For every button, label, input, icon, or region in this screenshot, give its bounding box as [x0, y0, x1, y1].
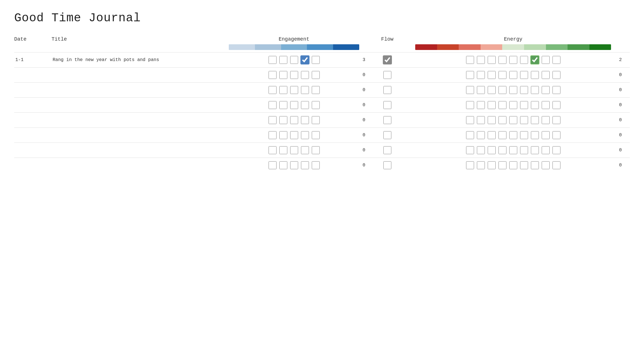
flow-checkbox-2[interactable] — [383, 86, 391, 94]
energy-checkbox-5-2[interactable] — [488, 131, 496, 139]
energy-checkbox-6-6[interactable] — [531, 146, 539, 154]
flow-checkbox-6[interactable] — [383, 146, 391, 154]
energy-checkbox-6-0[interactable] — [466, 146, 474, 154]
engagement-checkbox-2-4[interactable] — [312, 86, 320, 94]
engagement-checkbox-0-4[interactable] — [312, 56, 320, 64]
energy-checkbox-4-1[interactable] — [477, 116, 485, 124]
energy-checkbox-5-8[interactable] — [552, 131, 560, 139]
energy-checkbox-5-7[interactable] — [542, 131, 550, 139]
engagement-checkbox-0-0[interactable] — [269, 56, 277, 64]
energy-checkbox-0-5[interactable] — [520, 56, 528, 64]
energy-checkbox-7-6[interactable] — [531, 161, 539, 169]
energy-checkbox-4-3[interactable] — [498, 116, 506, 124]
energy-checkbox-4-0[interactable] — [466, 116, 474, 124]
engagement-checkbox-3-3[interactable] — [301, 101, 309, 109]
energy-checkbox-0-0[interactable] — [466, 56, 474, 64]
energy-checkbox-3-4[interactable] — [509, 101, 517, 109]
energy-checkbox-4-7[interactable] — [542, 116, 550, 124]
energy-checkbox-5-3[interactable] — [498, 131, 506, 139]
engagement-checkbox-3-4[interactable] — [312, 101, 320, 109]
engagement-checkbox-2-1[interactable] — [279, 86, 287, 94]
engagement-checkbox-4-3[interactable] — [301, 116, 309, 124]
engagement-checkbox-3-2[interactable] — [290, 101, 298, 109]
flow-checkbox-0[interactable] — [383, 56, 391, 64]
engagement-checkbox-3-0[interactable] — [269, 101, 277, 109]
engagement-checkbox-6-4[interactable] — [312, 146, 320, 154]
engagement-checkbox-1-2[interactable] — [290, 71, 298, 79]
flow-checkbox-5[interactable] — [383, 131, 391, 139]
engagement-checkbox-4-0[interactable] — [269, 116, 277, 124]
engagement-checkbox-1-4[interactable] — [312, 71, 320, 79]
engagement-checkbox-0-2[interactable] — [290, 56, 298, 64]
energy-checkbox-1-2[interactable] — [488, 71, 496, 79]
energy-checkbox-2-3[interactable] — [498, 86, 506, 94]
energy-checkbox-4-2[interactable] — [488, 116, 496, 124]
engagement-checkbox-7-1[interactable] — [279, 161, 287, 169]
energy-checkbox-3-5[interactable] — [520, 101, 528, 109]
engagement-checkbox-3-1[interactable] — [279, 101, 287, 109]
energy-checkbox-0-6[interactable] — [531, 56, 539, 64]
engagement-checkbox-7-3[interactable] — [301, 161, 309, 169]
energy-checkbox-6-7[interactable] — [542, 146, 550, 154]
energy-checkbox-1-6[interactable] — [531, 71, 539, 79]
energy-checkbox-1-5[interactable] — [520, 71, 528, 79]
engagement-checkbox-5-3[interactable] — [301, 131, 309, 139]
engagement-checkbox-2-0[interactable] — [269, 86, 277, 94]
engagement-checkbox-1-0[interactable] — [269, 71, 277, 79]
engagement-checkbox-4-2[interactable] — [290, 116, 298, 124]
energy-checkbox-7-3[interactable] — [498, 161, 506, 169]
engagement-checkbox-6-0[interactable] — [269, 146, 277, 154]
flow-checkbox-7[interactable] — [383, 161, 391, 169]
energy-checkbox-5-1[interactable] — [477, 131, 485, 139]
engagement-checkbox-2-3[interactable] — [301, 86, 309, 94]
engagement-checkbox-5-4[interactable] — [312, 131, 320, 139]
energy-checkbox-3-2[interactable] — [488, 101, 496, 109]
energy-checkbox-3-3[interactable] — [498, 101, 506, 109]
engagement-checkbox-6-2[interactable] — [290, 146, 298, 154]
energy-checkbox-3-6[interactable] — [531, 101, 539, 109]
engagement-checkbox-0-1[interactable] — [279, 56, 287, 64]
engagement-checkbox-5-1[interactable] — [279, 131, 287, 139]
engagement-checkbox-4-1[interactable] — [279, 116, 287, 124]
energy-checkbox-2-5[interactable] — [520, 86, 528, 94]
energy-checkbox-3-0[interactable] — [466, 101, 474, 109]
energy-checkbox-0-4[interactable] — [509, 56, 517, 64]
energy-checkbox-1-3[interactable] — [498, 71, 506, 79]
energy-checkbox-7-5[interactable] — [520, 161, 528, 169]
energy-checkbox-7-0[interactable] — [466, 161, 474, 169]
energy-checkbox-2-6[interactable] — [531, 86, 539, 94]
energy-checkbox-0-8[interactable] — [552, 56, 560, 64]
energy-checkbox-6-4[interactable] — [509, 146, 517, 154]
energy-checkbox-6-2[interactable] — [488, 146, 496, 154]
energy-checkbox-2-8[interactable] — [552, 86, 560, 94]
energy-checkbox-1-0[interactable] — [466, 71, 474, 79]
engagement-checkbox-6-1[interactable] — [279, 146, 287, 154]
energy-checkbox-3-7[interactable] — [542, 101, 550, 109]
energy-checkbox-2-2[interactable] — [488, 86, 496, 94]
energy-checkbox-0-2[interactable] — [488, 56, 496, 64]
energy-checkbox-7-4[interactable] — [509, 161, 517, 169]
energy-checkbox-0-1[interactable] — [477, 56, 485, 64]
energy-checkbox-0-3[interactable] — [498, 56, 506, 64]
engagement-checkbox-5-0[interactable] — [269, 131, 277, 139]
energy-checkbox-5-6[interactable] — [531, 131, 539, 139]
energy-checkbox-4-5[interactable] — [520, 116, 528, 124]
energy-checkbox-4-8[interactable] — [552, 116, 560, 124]
engagement-checkbox-1-1[interactable] — [279, 71, 287, 79]
energy-checkbox-1-1[interactable] — [477, 71, 485, 79]
engagement-checkbox-5-2[interactable] — [290, 131, 298, 139]
energy-checkbox-2-0[interactable] — [466, 86, 474, 94]
energy-checkbox-4-4[interactable] — [509, 116, 517, 124]
flow-checkbox-1[interactable] — [383, 71, 391, 79]
engagement-checkbox-2-2[interactable] — [290, 86, 298, 94]
engagement-checkbox-6-3[interactable] — [301, 146, 309, 154]
energy-checkbox-6-8[interactable] — [552, 146, 560, 154]
energy-checkbox-1-7[interactable] — [542, 71, 550, 79]
energy-checkbox-6-1[interactable] — [477, 146, 485, 154]
engagement-checkbox-0-3[interactable] — [301, 56, 309, 64]
energy-checkbox-7-8[interactable] — [552, 161, 560, 169]
energy-checkbox-2-7[interactable] — [542, 86, 550, 94]
flow-checkbox-3[interactable] — [383, 101, 391, 109]
energy-checkbox-6-3[interactable] — [498, 146, 506, 154]
energy-checkbox-3-1[interactable] — [477, 101, 485, 109]
